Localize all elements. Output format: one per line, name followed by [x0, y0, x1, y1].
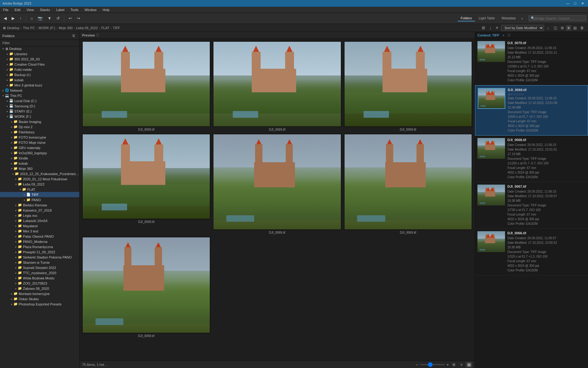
- camera-button[interactable]: 📷: [36, 15, 44, 21]
- sidebar-item-suprasl[interactable]: ▸📁Supraśl Sierpień 2022: [0, 265, 79, 270]
- sidebar-item-plaza[interactable]: ▸📁Plaża Romantyczna: [0, 244, 79, 249]
- tree-arrow-kubab2[interactable]: ▸: [10, 162, 13, 165]
- view-toggle-btn[interactable]: ⊞: [481, 25, 486, 31]
- file-card-3[interactable]: DJI_0067.tifDate Created: 29.09.2022, 11…: [475, 182, 588, 229]
- tree-arrow-filehistory[interactable]: ▸: [10, 131, 13, 134]
- tree-arrow-tiff[interactable]: ▸: [23, 193, 26, 196]
- sidebar-item-bauke[interactable]: ▸📁Bauke Imaging: [0, 119, 79, 124]
- sidebar-item-gbv_materialy[interactable]: ▸📁GBV materiały: [0, 145, 79, 150]
- tree-arrow-pano[interactable]: ▸: [23, 198, 26, 201]
- sidebar-item-oskar[interactable]: ▸📁Oskar Skubis: [0, 296, 79, 301]
- sidebar-item-kindle[interactable]: ▸📁Kindle: [0, 155, 79, 161]
- sidebar-item-network[interactable]: ▸🌐Network: [0, 88, 79, 93]
- tree-arrow-900_2022[interactable]: ▸: [6, 58, 9, 61]
- sidebar-item-ttc[interactable]: ▸📁TTC_myslowice_2020: [0, 270, 79, 275]
- view-list[interactable]: ▤: [572, 25, 578, 31]
- tree-arrow-desktop[interactable]: ▾: [1, 47, 5, 50]
- sidebar-item-backup[interactable]: ▸📁Backup (I:): [0, 72, 79, 77]
- search-input[interactable]: [535, 17, 584, 20]
- sidebar-item-krakow_2019[interactable]: ▸📁2019_12_25_Krakowskie_Przedmieście_PAN…: [0, 171, 79, 176]
- tree-arrow-most_2020[interactable]: ▸: [14, 178, 18, 181]
- status-view-thumb[interactable]: ⊞: [451, 362, 457, 367]
- tree-arrow-zabowo[interactable]: ▸: [14, 287, 18, 290]
- sidebar-item-pano[interactable]: ▸📁PANO: [0, 197, 79, 202]
- thumb-cell-7[interactable]: DJI_0069.tif: [82, 237, 210, 337]
- tree-arrow-fotki_meble[interactable]: ▸: [6, 68, 9, 71]
- status-view-detail[interactable]: ≡: [459, 362, 464, 367]
- file-card-2[interactable]: DJI_0068.tifDate Created: 29.09.2022, 11…: [475, 136, 588, 182]
- tree-arrow-oskar[interactable]: ▸: [10, 297, 13, 301]
- refresh-button[interactable]: ↺: [55, 15, 62, 21]
- sidebar-item-powazki[interactable]: ▸📁Powązki 11_09_2022: [0, 249, 79, 255]
- sidebar-item-tiff[interactable]: ▸📄TIFF: [0, 192, 79, 197]
- tree-arrow-skansen[interactable]: ▸: [14, 261, 18, 264]
- sidebar-item-dji_mini2[interactable]: ▸📁Dji mini 2: [0, 124, 79, 129]
- undo-button[interactable]: ↩: [67, 15, 74, 21]
- sidebar-item-bielsko[interactable]: ▸📁Bielsko Kierowa: [0, 202, 79, 208]
- sidebar-item-desktop[interactable]: ▾🖥Desktop: [0, 46, 79, 51]
- sidebar-item-palac[interactable]: ▸📁Palac Otwock PANO: [0, 234, 79, 239]
- tree-arrow-inout360[interactable]: ▸: [10, 151, 13, 155]
- delete-btn[interactable]: 🗑: [579, 25, 586, 31]
- status-view-film[interactable]: ▤: [466, 362, 472, 367]
- sidebar-item-mini3test[interactable]: ▸📁Mini 3 test: [0, 228, 79, 234]
- sidebar-item-filehistory[interactable]: ▸📁FileHistory: [0, 129, 79, 135]
- sidebar-item-legia[interactable]: ▸📁Legia noc: [0, 213, 79, 218]
- thumb-cell-3[interactable]: DJI_0069.tif: [344, 41, 472, 131]
- close-button[interactable]: ✕: [579, 1, 586, 6]
- sidebar-item-katowice[interactable]: ▸📁Katowice_07_2018: [0, 208, 79, 213]
- zoom-plus-btn[interactable]: +: [447, 362, 449, 367]
- tree-arrow-libraries[interactable]: ▸: [6, 52, 9, 56]
- menu-window[interactable]: Window: [83, 7, 98, 12]
- redo-button[interactable]: ↪: [75, 15, 82, 21]
- sidebar-item-pano_moderna[interactable]: ▸📁PANO_Moderna: [0, 239, 79, 244]
- thumb-cell-2[interactable]: DJI_0069.tif: [213, 41, 341, 131]
- sidebar-item-this_pc[interactable]: ▾💻This PC: [0, 93, 79, 98]
- search-box[interactable]: 🔍: [529, 15, 586, 21]
- sidebar-item-inout360[interactable]: ▸📁InOut360_logotypy: [0, 150, 79, 155]
- tree-arrow-stary_e[interactable]: ▸: [6, 110, 9, 113]
- up-button[interactable]: ↑: [18, 15, 24, 21]
- sidebar-item-wisla[interactable]: ▸📁Wisła Budowa Mostu: [0, 275, 79, 281]
- zoom-minus-btn[interactable]: −: [416, 362, 418, 367]
- sidebar-item-samsung_d[interactable]: ▸💾Samsung (D:): [0, 103, 79, 109]
- tree-arrow-kubab[interactable]: ▸: [6, 79, 9, 82]
- thumb-cell-6[interactable]: DJI_0069.tif: [344, 134, 472, 235]
- star-rating-1[interactable]: ⊙☆☆☆☆☆: [508, 93, 585, 96]
- menu-help[interactable]: Help: [101, 7, 111, 12]
- tree-arrow-bauke[interactable]: ▸: [10, 120, 13, 123]
- bc-thispc[interactable]: This PC: [23, 26, 35, 30]
- tree-arrow-moje360[interactable]: ▾: [10, 167, 13, 170]
- sidebar-item-montaze[interactable]: ▸📁Montaże komercyjne: [0, 291, 79, 296]
- tree-arrow-krakow_2019[interactable]: ▸: [12, 172, 15, 175]
- tree-arrow-local_disk_c[interactable]: ▸: [6, 99, 9, 102]
- view-details[interactable]: ≡: [566, 25, 571, 31]
- menu-edit[interactable]: Edit: [13, 7, 22, 12]
- tree-arrow-flat[interactable]: ▾: [18, 188, 22, 191]
- sidebar-menu-btn[interactable]: ☰: [70, 33, 77, 38]
- tree-arrow-plaza[interactable]: ▸: [14, 245, 18, 248]
- tree-arrow-palac[interactable]: ▸: [14, 235, 18, 238]
- sidebar-item-zoo[interactable]: ▸📁ZOO_20170823: [0, 281, 79, 286]
- tree-arrow-network[interactable]: ▸: [1, 89, 5, 92]
- bc-leba[interactable]: Łeba 09_2022: [76, 26, 98, 30]
- sidebar-item-ps_presets[interactable]: ▸📁Photoshop Exported Presets: [0, 301, 79, 307]
- thumb-cell-4[interactable]: DJI_0069.tif: [82, 134, 210, 235]
- sidebar-item-creative_cloud[interactable]: ▸📁Creative Cloud Files: [0, 62, 79, 67]
- sidebar-item-local_disk_c[interactable]: ▸💾Local Disk (C:): [0, 98, 79, 103]
- sidebar-item-leba[interactable]: ▾📁Łeba 09_2022: [0, 182, 79, 187]
- forward-button[interactable]: ▶: [10, 15, 17, 21]
- tree-arrow-foto_moje_rozne[interactable]: ▸: [10, 141, 13, 144]
- thumb-cell-5[interactable]: DJI_0069.tif: [213, 134, 341, 235]
- sidebar-item-lubaszki[interactable]: ▸📁Lubaszki 10m54: [0, 218, 79, 223]
- sort-asc-btn[interactable]: ↓: [546, 25, 550, 31]
- tab-metadata[interactable]: Metadata: [499, 15, 519, 21]
- sidebar-item-mini3_gimbal[interactable]: ▸📁Mini 3 gimbal buzz: [0, 82, 79, 88]
- home-button[interactable]: ⌂: [29, 15, 35, 21]
- sidebar-item-stary_e[interactable]: ▸💾STARY (E:): [0, 109, 79, 114]
- tree-arrow-pano_moderna[interactable]: ▸: [14, 240, 18, 243]
- tree-arrow-ttc[interactable]: ▸: [14, 271, 18, 274]
- bc-flat[interactable]: FLAT: [101, 26, 109, 30]
- tree-arrow-suprasl[interactable]: ▸: [14, 266, 18, 269]
- menu-label[interactable]: Label: [55, 7, 66, 12]
